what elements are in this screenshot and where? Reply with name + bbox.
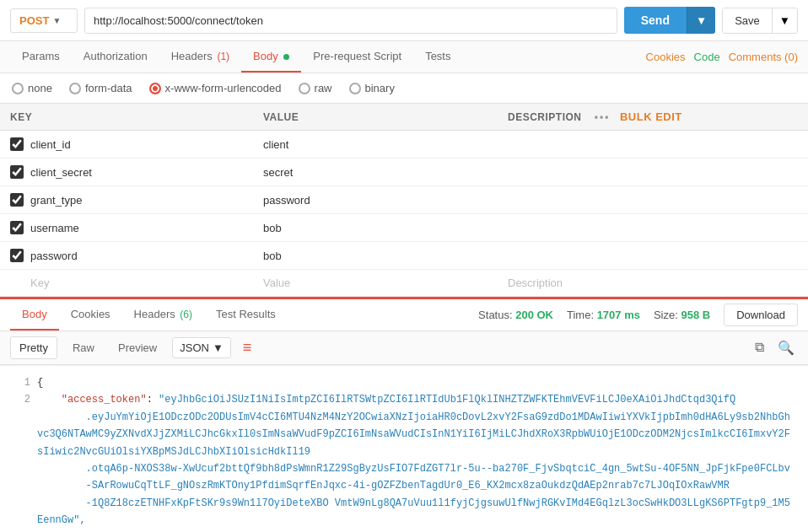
- body-dot-icon: [283, 54, 289, 60]
- code-link[interactable]: Code: [694, 51, 720, 63]
- table-placeholder-row: Key Value Description: [0, 270, 808, 297]
- tabs-right: Cookies Code Comments (0): [646, 51, 798, 63]
- col-desc: DESCRIPTION ••• Bulk Edit: [498, 104, 808, 131]
- table-row: grant_type password: [0, 186, 808, 214]
- placeholder-key: Key: [30, 277, 49, 289]
- radio-raw-label: raw: [315, 82, 332, 94]
- tab-params[interactable]: Params: [10, 41, 72, 73]
- row2-key: client_secret: [30, 166, 92, 179]
- radio-urlencoded-icon: [149, 83, 161, 94]
- size-label: Size: 958 B: [654, 309, 710, 321]
- row4-checkbox[interactable]: [10, 221, 24, 234]
- radio-binary-icon: [349, 83, 361, 94]
- cookies-link[interactable]: Cookies: [646, 51, 686, 63]
- size-value: 958 B: [681, 309, 710, 321]
- line-num-1: 1: [13, 374, 30, 391]
- row4-key: username: [30, 222, 79, 234]
- save-btn-group: Save ▼: [722, 8, 798, 34]
- row3-value: password: [263, 194, 310, 207]
- time-label: Time: 1707 ms: [567, 309, 640, 321]
- status-label: Status: 200 OK: [478, 309, 553, 321]
- resp-tab-pretty[interactable]: Pretty: [10, 336, 57, 359]
- top-bar: POST ▼ Send ▼ Save ▼: [0, 0, 808, 41]
- radio-form-data-label: form-data: [85, 82, 132, 94]
- status-value: 200 OK: [515, 309, 553, 321]
- save-dropdown-button[interactable]: ▼: [772, 8, 797, 33]
- params-table: KEY VALUE DESCRIPTION ••• Bulk Edit clie…: [0, 104, 808, 297]
- col-value: VALUE: [253, 104, 498, 131]
- response-headers-badge: (6): [180, 309, 192, 320]
- radio-binary-label: binary: [365, 82, 395, 94]
- response-tab-body[interactable]: Body: [10, 299, 59, 330]
- time-value: 1707 ms: [597, 309, 640, 321]
- response-tab-test-results[interactable]: Test Results: [204, 299, 288, 330]
- radio-none-label: none: [28, 82, 52, 94]
- more-options-icon[interactable]: •••: [595, 111, 611, 123]
- row3-checkbox[interactable]: [10, 193, 24, 207]
- response-status: Status: 200 OK Time: 1707 ms Size: 958 B…: [478, 304, 798, 326]
- radio-form-data-icon: [69, 83, 81, 94]
- col-key: KEY: [0, 104, 253, 131]
- radio-none[interactable]: none: [12, 82, 52, 94]
- method-select[interactable]: POST ▼: [10, 8, 78, 33]
- row2-checkbox[interactable]: [10, 165, 24, 179]
- method-label: POST: [19, 14, 49, 27]
- response-tabs-row: Body Cookies Headers (6) Test Results St…: [0, 297, 808, 331]
- table-row: password bob: [0, 242, 808, 270]
- bulk-edit-button[interactable]: Bulk Edit: [620, 110, 682, 123]
- code-line-3: 3 "expires_in": 3600,: [13, 529, 795, 532]
- table-row: client_id client: [0, 131, 808, 159]
- row1-value: client: [263, 138, 288, 151]
- send-btn-group: Send ▼: [624, 7, 715, 34]
- placeholder-desc: Description: [508, 277, 563, 289]
- radio-urlencoded-label: x-www-form-urlencoded: [165, 82, 282, 94]
- resp-icons: ⧉ 🔍: [751, 338, 798, 357]
- search-icon[interactable]: 🔍: [774, 338, 798, 357]
- response-tab-cookies[interactable]: Cookies: [59, 299, 122, 330]
- headers-badge: (1): [217, 51, 229, 62]
- code-line-2: 2 "access_token": "eyJhbGciOiJSUzI1NiIsI…: [13, 391, 795, 529]
- resp-tab-preview[interactable]: Preview: [110, 337, 165, 358]
- tab-headers[interactable]: Headers (1): [159, 41, 241, 73]
- radio-binary[interactable]: binary: [349, 82, 395, 94]
- radio-urlencoded[interactable]: x-www-form-urlencoded: [149, 82, 282, 94]
- row5-key: password: [30, 250, 78, 262]
- tab-pre-request-script[interactable]: Pre-request Script: [301, 41, 413, 73]
- code-area[interactable]: 1 { 2 "access_token": "eyJhbGciOiJSUzI1N…: [0, 366, 808, 532]
- format-chevron-icon: ▼: [213, 341, 224, 354]
- line-num-3: 3: [13, 529, 30, 532]
- response-tab-headers[interactable]: Headers (6): [122, 299, 204, 330]
- radio-raw[interactable]: raw: [299, 82, 332, 94]
- wrap-icon[interactable]: ≡: [238, 337, 257, 358]
- row5-checkbox[interactable]: [10, 249, 24, 262]
- radio-none-icon: [12, 83, 24, 94]
- url-input[interactable]: [84, 8, 617, 34]
- code-line-1: 1 {: [13, 374, 795, 391]
- table-row: username bob: [0, 214, 808, 242]
- row5-value: bob: [263, 250, 282, 262]
- request-tabs-row: Params Authorization Headers (1) Body Pr…: [0, 41, 808, 73]
- code-area-wrap: 1 { 2 "access_token": "eyJhbGciOiJSUzI1N…: [0, 365, 808, 532]
- comments-link[interactable]: Comments (0): [729, 51, 798, 63]
- json-key-access-token: "access_token": [62, 394, 147, 406]
- placeholder-value: Value: [263, 277, 290, 289]
- row4-value: bob: [263, 222, 282, 234]
- radio-form-data[interactable]: form-data: [69, 82, 132, 94]
- download-button[interactable]: Download: [724, 304, 798, 326]
- save-button[interactable]: Save: [723, 8, 772, 33]
- body-options: none form-data x-www-form-urlencoded raw…: [0, 73, 808, 104]
- row3-key: grant_type: [30, 194, 82, 207]
- method-chevron-icon: ▼: [52, 16, 61, 25]
- format-select[interactable]: JSON ▼: [172, 337, 231, 358]
- response-toolbar: Pretty Raw Preview JSON ▼ ≡ ⧉ 🔍: [0, 331, 808, 365]
- table-row: client_secret secret: [0, 159, 808, 186]
- tab-tests[interactable]: Tests: [413, 41, 462, 73]
- resp-tab-raw[interactable]: Raw: [64, 337, 103, 358]
- row2-value: secret: [263, 166, 293, 179]
- tab-body[interactable]: Body: [241, 41, 301, 73]
- copy-icon[interactable]: ⧉: [751, 338, 768, 357]
- tab-authorization[interactable]: Authorization: [72, 41, 159, 73]
- send-button[interactable]: Send: [624, 7, 687, 34]
- row1-checkbox[interactable]: [10, 137, 24, 151]
- send-dropdown-button[interactable]: ▼: [687, 7, 715, 34]
